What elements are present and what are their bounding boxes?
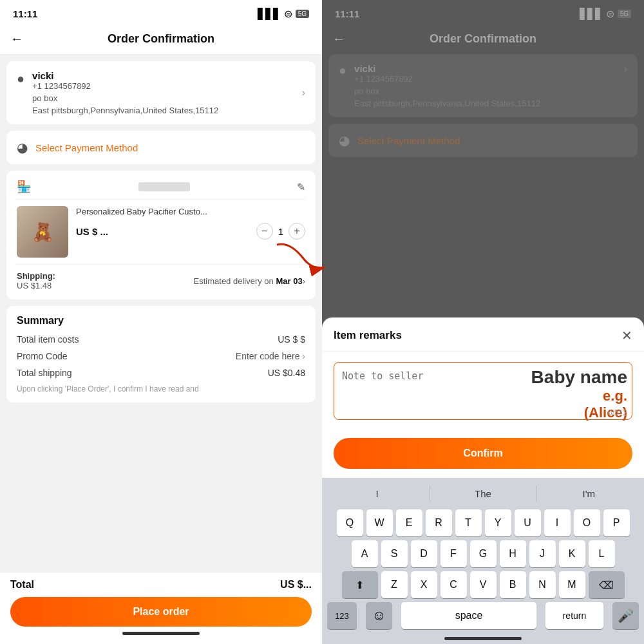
shipping-row: Shipping: US $1.48 Estimated delivery on… [17, 271, 305, 290]
summary-card: Summary Total item costs US $ $ Promo Co… [6, 306, 316, 402]
place-order-button[interactable]: Place order [10, 597, 312, 627]
summary-title: Summary [17, 315, 305, 327]
emoji-button[interactable]: ☺ [366, 602, 392, 629]
key-s[interactable]: S [381, 540, 408, 567]
modal-close-button[interactable]: ✕ [621, 328, 632, 343]
shift-button[interactable]: ⬆ [342, 571, 378, 598]
product-header: 🏪 ✎ [17, 180, 305, 200]
promo-code-row[interactable]: Promo Code Enter code here › [17, 351, 305, 361]
total-shipping-row: Total shipping US $0.48 [17, 368, 305, 378]
key-b[interactable]: B [500, 571, 526, 598]
shipping-cost: US $1.48 [17, 281, 55, 290]
payment-icon: ◕ [17, 140, 28, 155]
delivery-chevron-icon: › [303, 276, 305, 286]
battery-icon: 5G [296, 10, 309, 18]
key-i[interactable]: I [544, 509, 571, 536]
bottom-bar: Total US $... Place order [0, 572, 322, 644]
suggestion-im[interactable]: I'm [536, 486, 641, 502]
note-to-seller-input[interactable] [334, 362, 632, 420]
address-street: po box [32, 93, 218, 103]
address-city: East pittsburgh,Pennsylvania,United Stat… [32, 106, 218, 115]
key-o[interactable]: O [574, 509, 600, 536]
confirm-button[interactable]: Confirm [334, 438, 632, 469]
keyboard-suggestions: I The I'm [325, 483, 641, 504]
number-key[interactable]: 123 [327, 602, 357, 629]
address-info: vicki +1 1234567892 po box East pittsbur… [32, 70, 218, 115]
location-icon: ● [17, 71, 24, 86]
total-label: Total [10, 579, 34, 591]
shipping-left: Shipping: US $1.48 [17, 271, 55, 290]
left-back-button[interactable]: ← [10, 32, 23, 46]
shipping-label: Shipping: [17, 271, 55, 281]
item-remarks-modal: Item remarks ✕ Baby name e.g.(Alice) 0/5… [322, 317, 644, 644]
key-e[interactable]: E [396, 509, 422, 536]
microphone-button[interactable]: 🎤 [612, 602, 639, 629]
key-r[interactable]: R [426, 509, 452, 536]
suggestion-the[interactable]: The [430, 486, 536, 502]
payment-label: Select Payment Method [35, 142, 138, 153]
key-c[interactable]: C [440, 571, 467, 598]
key-a[interactable]: A [352, 540, 378, 567]
product-price-row: US $ ... − 1 + [76, 223, 305, 240]
key-m[interactable]: M [559, 571, 585, 598]
key-l[interactable]: L [589, 540, 615, 567]
key-y[interactable]: Y [485, 509, 511, 536]
keyboard-row-3: ⬆ Z X C V B N M ⌫ [325, 571, 641, 598]
promo-code-value: Enter code here › [236, 351, 305, 361]
backspace-button[interactable]: ⌫ [589, 571, 625, 598]
total-item-costs-label: Total item costs [17, 334, 79, 345]
qty-decrease-button[interactable]: − [256, 223, 273, 240]
space-button[interactable]: space [401, 602, 536, 629]
payment-card[interactable]: ◕ Select Payment Method [6, 131, 316, 164]
total-item-costs-row: Total item costs US $ $ [17, 334, 305, 345]
qty-value: 1 [278, 226, 283, 237]
product-card: 🏪 ✎ 🧸 Personalized Baby Pacifier Custo..… [6, 171, 316, 299]
shipping-right[interactable]: Estimated delivery on Mar 03 › [194, 276, 305, 286]
edit-icon[interactable]: ✎ [297, 181, 305, 193]
qty-increase-button[interactable]: + [289, 223, 305, 240]
total-shipping-label: Total shipping [17, 368, 72, 378]
key-u[interactable]: U [515, 509, 541, 536]
address-chevron-icon: › [302, 87, 305, 99]
key-j[interactable]: J [529, 540, 556, 567]
suggestion-i[interactable]: I [325, 486, 430, 502]
key-d[interactable]: D [411, 540, 437, 567]
keyboard-bottom-row: 123 ☺ space return 🎤 [325, 602, 641, 633]
left-header: ← Order Confirmation [0, 24, 322, 55]
keyboard: I The I'm Q W E R T Y U I O P [322, 478, 644, 644]
delivery-date: Mar 03 [276, 276, 302, 286]
modal-content: Baby name e.g.(Alice) 0/512 [322, 352, 644, 433]
key-g[interactable]: G [470, 540, 497, 567]
total-shipping-value: US $0.48 [268, 368, 305, 378]
store-name-placeholder [138, 182, 190, 191]
return-button[interactable]: return [545, 602, 603, 629]
key-h[interactable]: H [500, 540, 526, 567]
product-details: Personalized Baby Pacifier Custo... US $… [76, 206, 305, 240]
modal-title: Item remarks [334, 329, 402, 342]
key-f[interactable]: F [440, 540, 467, 567]
key-t[interactable]: T [455, 509, 482, 536]
key-v[interactable]: V [470, 571, 497, 598]
delivery-text: Estimated delivery on [194, 276, 274, 286]
key-q[interactable]: Q [337, 509, 363, 536]
left-status-bar: 11:11 ▋▋▋ ⊜ 5G [0, 0, 322, 24]
home-indicator [122, 632, 200, 635]
address-card[interactable]: ● vicki +1 1234567892 po box East pittsb… [6, 61, 316, 124]
char-count: 0/512 [608, 408, 627, 417]
key-n[interactable]: N [529, 571, 556, 598]
key-x[interactable]: X [411, 571, 437, 598]
key-k[interactable]: K [559, 540, 585, 567]
left-status-icons: ▋▋▋ ⊜ 5G [258, 8, 309, 20]
key-p[interactable]: P [603, 509, 630, 536]
keyboard-row-1: Q W E R T Y U I O P [325, 509, 641, 536]
total-row: Total US $... [10, 579, 312, 591]
keyboard-row-2: A S D F G H J K L [325, 540, 641, 567]
promo-chevron-icon: › [302, 351, 305, 361]
left-panel: 11:11 ▋▋▋ ⊜ 5G ← Order Confirmation ● vi… [0, 0, 322, 644]
left-time: 11:11 [13, 8, 37, 19]
key-w[interactable]: W [366, 509, 393, 536]
modal-header: Item remarks ✕ [322, 317, 644, 352]
key-z[interactable]: Z [381, 571, 408, 598]
product-row: 🧸 Personalized Baby Pacifier Custo... US… [17, 206, 305, 258]
qty-control: − 1 + [256, 223, 305, 240]
